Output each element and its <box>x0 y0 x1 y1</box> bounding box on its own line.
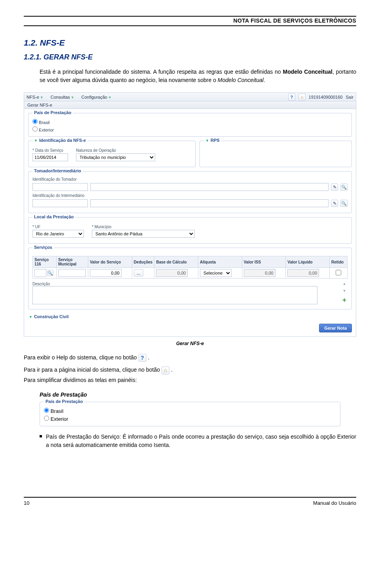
manual-label: Manual do Usuário <box>313 500 356 506</box>
collapse-icon[interactable]: ▼ <box>34 139 38 143</box>
page-number: 10 <box>24 500 29 506</box>
expand-icon: ▼ <box>29 315 32 319</box>
heading-pais-prestacao: País de Prestação <box>40 391 356 398</box>
input-intermediario-codigo[interactable] <box>32 199 88 207</box>
label-descricao: Descrição <box>32 282 337 286</box>
home-icon[interactable]: ⌂ <box>298 94 306 101</box>
menu-configuracao[interactable]: Configuração▼ <box>82 95 112 99</box>
input-intermediario-nome[interactable] <box>90 199 329 207</box>
search-icon[interactable]: 🔍 <box>340 183 348 191</box>
help-icon[interactable]: ? <box>139 354 146 362</box>
servicos-table: Serviço 116 Serviço Municipal Valor do S… <box>32 256 348 279</box>
select-municipio[interactable]: Santo Antônio de Pádua <box>92 230 195 238</box>
input-valor-iss <box>244 269 276 277</box>
label-uf: * UF <box>32 225 84 229</box>
label-data-servico: * Data do Serviço <box>32 148 68 153</box>
col-servico-116: Serviço 116 <box>33 256 57 268</box>
deducoes-button[interactable]: ... <box>134 269 143 277</box>
menu-consultas[interactable]: Consultas▼ <box>51 95 74 99</box>
menu-nfse[interactable]: NFS-e▼ <box>27 95 44 99</box>
scroll-down-icon[interactable]: ▼ <box>343 289 346 293</box>
radio-exterior[interactable]: Exterior <box>32 126 348 132</box>
intro-paragraph: Está é a principal funcionalidade do sis… <box>40 68 356 84</box>
panel-construcao-civil[interactable]: ▼Construção Civil <box>29 314 351 319</box>
section-title: 1.2. NFS-E <box>24 38 356 48</box>
radio-exterior[interactable]: Exterior <box>44 416 336 422</box>
radio-brasil[interactable]: Brasil <box>44 408 336 414</box>
help-icon[interactable]: ? <box>288 94 295 101</box>
select-uf[interactable]: Rio de Janeiro <box>32 230 84 238</box>
gerar-nota-button[interactable]: Gerar Nota <box>319 324 352 332</box>
label-ident-intermediario: Identificação do Intermediário <box>32 193 348 198</box>
radio-brasil[interactable]: Brasil <box>32 119 348 125</box>
chevron-down-icon: ▼ <box>71 95 74 99</box>
logout-link[interactable]: Sair <box>346 95 353 99</box>
select-aliquota[interactable]: Selecione <box>200 269 232 277</box>
col-retido: Retido <box>330 256 348 268</box>
col-valor-liquido: Valor Líquido <box>286 256 330 268</box>
menubar: NFS-e▼ Consultas▼ Configuração▼ ? ⌂ 1919… <box>24 93 356 101</box>
chevron-down-icon: ▼ <box>40 95 44 99</box>
home-text: Para ir para a página inicial do sistema… <box>24 366 356 374</box>
panel-identificacao-nfse: ▼Identificação da NFS-e * Data do Serviç… <box>28 141 196 167</box>
input-data-servico[interactable] <box>32 153 68 161</box>
subsection-title: 1.2.1. GERAR NFS-E <box>24 53 356 61</box>
screenshot-caption: Gerar NFS-e <box>24 341 356 346</box>
app-screenshot: NFS-e▼ Consultas▼ Configuração▼ ? ⌂ 1919… <box>24 92 356 337</box>
label-natureza: Natureza de Operação <box>76 148 155 153</box>
col-base-calculo: Base de Cálculo <box>154 256 198 268</box>
input-valor-servico[interactable] <box>90 269 122 277</box>
panels-text: Para simplificar dividimos as telas em p… <box>24 376 356 384</box>
input-serv116[interactable] <box>34 269 46 277</box>
select-natureza[interactable]: Tributação no município <box>76 153 155 161</box>
page-header: NOTA FISCAL DE SERVIÇOS ELETRÔNICOS <box>24 17 356 24</box>
chevron-down-icon: ▼ <box>108 95 112 99</box>
col-valor-iss: Valor ISS <box>242 256 286 268</box>
user-id: 19191409000160 <box>309 95 343 99</box>
table-row: 🔍 ... Selecione <box>33 268 348 279</box>
help-text: Para exibir o Help do sistema, clique no… <box>24 353 356 362</box>
panel-rps: ▼RPS <box>200 141 352 167</box>
label-ident-tomador: Identificação do Tomador <box>32 177 348 181</box>
panel-tomador-intermediario: Tomador/Intermediário Identificação do T… <box>28 171 352 213</box>
col-aliquota: Alíquota <box>198 256 242 268</box>
panel-local-prestacao: Local da Prestação * UF Rio de Janeiro *… <box>28 217 352 244</box>
bullet-icon <box>40 435 42 437</box>
panel-servicos: Serviços Serviço 116 Serviço Municipal V… <box>28 248 352 309</box>
col-servico-municipal: Serviço Municipal <box>57 256 88 268</box>
col-valor-servico: Valor do Serviço <box>88 256 132 268</box>
search-icon[interactable]: 🔍 <box>340 200 348 207</box>
add-icon[interactable]: ＋ <box>341 296 348 304</box>
breadcrumb: Gerar NFS-e <box>24 101 356 109</box>
home-icon[interactable]: ⌂ <box>162 367 169 374</box>
edit-icon[interactable]: ✎ <box>331 183 338 191</box>
mini-panel-pais-prestacao: País de Prestação Brasil Exterior <box>40 402 340 426</box>
panel-pais-prestacao: País de Prestação Brasil Exterior <box>28 113 352 137</box>
input-tomador-nome[interactable] <box>90 183 329 191</box>
col-deducoes: Deduções <box>132 256 154 268</box>
input-valor-liquido <box>287 269 319 277</box>
input-base-calculo <box>156 269 188 277</box>
input-tomador-codigo[interactable] <box>32 183 88 191</box>
edit-icon[interactable]: ✎ <box>331 200 338 207</box>
bullet-item: País de Prestação do Serviço: É informad… <box>40 433 356 449</box>
collapse-icon[interactable]: ▼ <box>205 139 209 143</box>
scroll-up-icon[interactable]: ▲ <box>343 282 346 286</box>
textarea-descricao[interactable] <box>32 286 317 304</box>
input-serv-mun[interactable] <box>58 269 86 277</box>
search-icon[interactable]: 🔍 <box>47 270 53 276</box>
checkbox-retido[interactable] <box>336 270 341 275</box>
label-municipio: * Município <box>92 225 195 229</box>
